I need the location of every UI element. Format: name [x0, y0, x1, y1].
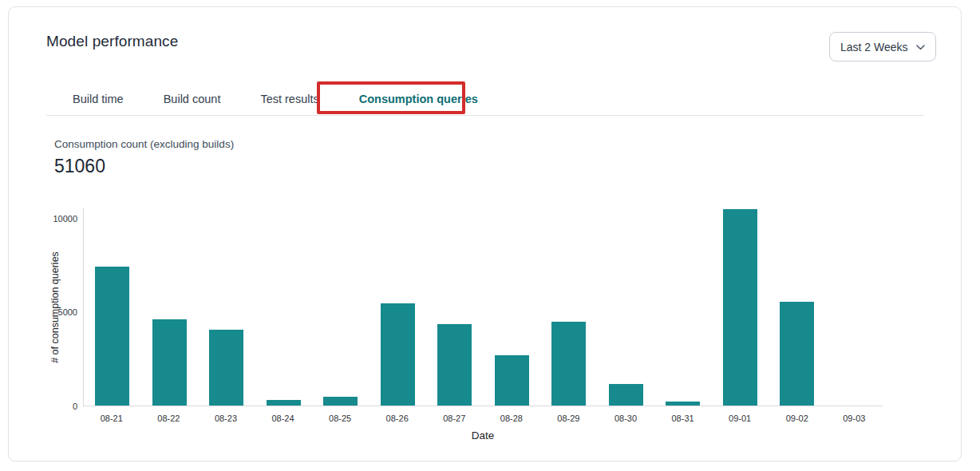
bar-08-27[interactable] — [437, 324, 472, 406]
tab-consumption-queries[interactable]: Consumption queries — [359, 93, 478, 105]
plot-area — [83, 208, 883, 406]
bar-08-26[interactable] — [381, 303, 415, 406]
metric-label: Consumption count (excluding builds) — [54, 138, 234, 150]
metric-value: 51060 — [54, 156, 105, 177]
bar-09-02[interactable] — [780, 302, 814, 406]
bar-08-28[interactable] — [495, 355, 529, 406]
bar-08-29[interactable] — [551, 322, 586, 406]
tabs-divider — [46, 115, 924, 116]
bar-slot — [198, 208, 255, 406]
x-tick-label: 08-31 — [654, 414, 712, 423]
x-tick-label: 08-23 — [197, 414, 255, 423]
bar-slot — [598, 208, 655, 406]
x-tick-label: 08-25 — [311, 414, 369, 423]
y-tick-label: 10000 — [9, 213, 77, 224]
x-tick-label: 08-24 — [255, 414, 312, 423]
x-tick-label: 08-30 — [597, 414, 654, 423]
bar-08-24[interactable] — [267, 400, 301, 406]
y-axis-ticks: 0500010000 — [9, 208, 77, 406]
time-range-value: Last 2 Weeks — [840, 41, 908, 53]
bar-08-31[interactable] — [666, 402, 700, 406]
page-title: Model performance — [46, 33, 178, 50]
y-tick-label: 5000 — [9, 307, 77, 318]
x-tick-label: 09-02 — [769, 414, 826, 423]
bar-slot — [312, 208, 369, 406]
x-tick-label: 08-21 — [83, 414, 140, 423]
y-tick-label: 0 — [9, 401, 77, 412]
tab-build-time[interactable]: Build time — [73, 93, 124, 105]
bar-slot — [426, 208, 484, 406]
bar-08-25[interactable] — [323, 397, 358, 406]
tab-test-results[interactable]: Test results — [260, 93, 318, 105]
bar-slot — [255, 208, 313, 406]
x-tick-label: 08-27 — [425, 414, 483, 423]
chevron-down-icon — [916, 45, 925, 50]
bar-slot — [826, 208, 883, 406]
x-tick-label: 09-01 — [711, 414, 769, 423]
bar-slot — [540, 208, 598, 406]
x-tick-label: 08-28 — [483, 414, 540, 423]
bar-08-30[interactable] — [609, 384, 643, 406]
bar-09-01[interactable] — [723, 209, 757, 406]
bar-08-22[interactable] — [152, 319, 187, 406]
x-axis-ticks: 08-2108-2208-2308-2408-2508-2608-2708-28… — [83, 414, 883, 423]
tab-bar: Build time Build count Test results Cons… — [73, 84, 478, 114]
bar-slot — [769, 208, 826, 406]
y-axis-title: # of consumption queries — [49, 251, 61, 363]
bar-slot — [484, 208, 541, 406]
tab-build-count[interactable]: Build count — [164, 93, 221, 105]
x-tick-label: 08-22 — [140, 414, 198, 423]
bar-08-23[interactable] — [209, 330, 243, 406]
x-axis-title: Date — [83, 429, 883, 441]
bar-slot — [654, 208, 712, 406]
bar-slot — [369, 208, 427, 406]
x-tick-label: 08-29 — [540, 414, 598, 423]
bar-08-21[interactable] — [95, 267, 129, 406]
bar-slot — [141, 208, 199, 406]
bar-slot — [84, 208, 141, 406]
x-tick-label: 09-03 — [826, 414, 883, 423]
x-tick-label: 08-26 — [369, 414, 426, 423]
model-performance-card: Model performance Last 2 Weeks Build tim… — [8, 6, 962, 461]
time-range-dropdown[interactable]: Last 2 Weeks — [829, 32, 936, 61]
bar-slot — [712, 208, 769, 406]
